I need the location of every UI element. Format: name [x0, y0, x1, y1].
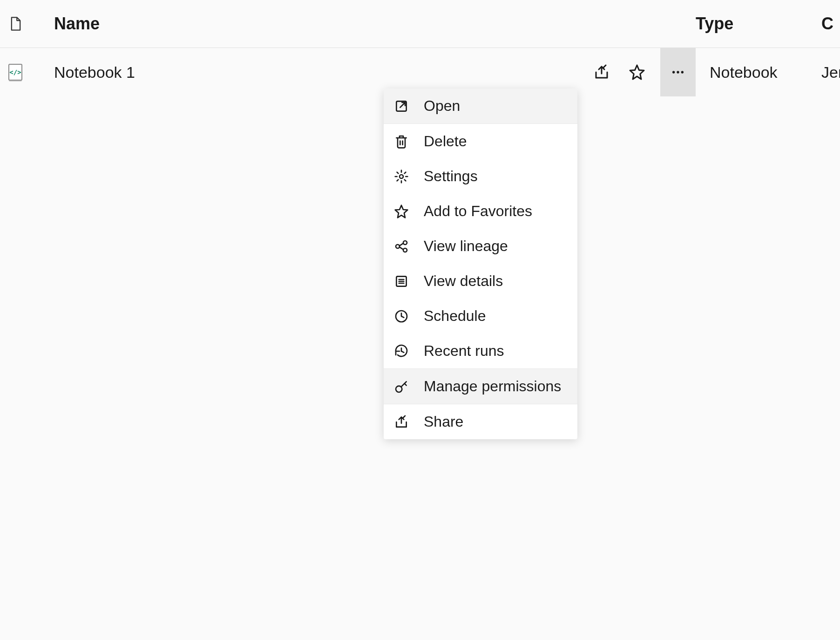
- column-header-type[interactable]: Type: [696, 14, 821, 34]
- menu-label: Add to Favorites: [424, 203, 532, 220]
- more-options-button[interactable]: [660, 48, 696, 96]
- open-external-icon: [393, 98, 410, 115]
- row-partial: Jer: [821, 63, 840, 82]
- row-name[interactable]: Notebook 1: [54, 63, 592, 82]
- svg-point-2: [681, 71, 684, 73]
- share-button[interactable]: [592, 63, 611, 82]
- more-horizontal-icon: [671, 65, 685, 80]
- svg-point-6: [403, 241, 407, 245]
- share-icon: [393, 414, 410, 430]
- trash-icon: [393, 133, 410, 150]
- file-icon: [9, 16, 22, 31]
- menu-item-favorites[interactable]: Add to Favorites: [384, 194, 577, 229]
- star-icon: [393, 203, 410, 220]
- lineage-icon: [393, 238, 410, 255]
- svg-point-5: [396, 245, 400, 248]
- clock-icon: [393, 308, 410, 325]
- details-icon: [393, 273, 410, 290]
- svg-point-1: [677, 71, 679, 73]
- menu-item-settings[interactable]: Settings: [384, 159, 577, 194]
- header-icon-column: [0, 16, 54, 31]
- row-icon-column: </>: [0, 64, 54, 81]
- menu-label: Manage permissions: [424, 378, 561, 395]
- context-menu: Open Delete Settings Ad: [384, 89, 577, 439]
- menu-item-lineage[interactable]: View lineage: [384, 229, 577, 264]
- gear-icon: [393, 168, 410, 185]
- row-type: Notebook: [696, 63, 821, 82]
- row-actions: [592, 63, 660, 82]
- menu-label: Delete: [424, 133, 467, 150]
- menu-label: View details: [424, 272, 503, 290]
- star-icon: [629, 64, 645, 81]
- column-header-partial[interactable]: C: [821, 14, 840, 34]
- file-table: Name Type C </> Notebook 1: [0, 0, 840, 96]
- key-icon: [393, 378, 410, 395]
- share-icon: [593, 64, 610, 81]
- menu-label: Open: [424, 97, 460, 115]
- menu-label: Share: [424, 413, 463, 430]
- menu-item-delete[interactable]: Delete: [384, 124, 577, 159]
- menu-item-share[interactable]: Share: [384, 404, 577, 439]
- menu-label: Settings: [424, 168, 478, 185]
- svg-point-4: [400, 175, 403, 178]
- menu-item-schedule[interactable]: Schedule: [384, 299, 577, 334]
- column-header-name[interactable]: Name: [54, 14, 696, 34]
- notebook-icon: </>: [8, 64, 22, 81]
- menu-label: Schedule: [424, 307, 486, 325]
- menu-item-details[interactable]: View details: [384, 264, 577, 299]
- menu-item-permissions[interactable]: Manage permissions: [384, 369, 577, 404]
- menu-item-open[interactable]: Open: [384, 89, 577, 123]
- favorite-button[interactable]: [628, 63, 646, 82]
- history-icon: [393, 343, 410, 360]
- menu-item-recent-runs[interactable]: Recent runs: [384, 334, 577, 368]
- menu-label: Recent runs: [424, 342, 504, 360]
- svg-point-7: [403, 248, 407, 252]
- svg-point-0: [672, 71, 675, 73]
- row-name-text: Notebook 1: [54, 63, 135, 82]
- menu-label: View lineage: [424, 238, 508, 255]
- table-header: Name Type C: [0, 0, 840, 48]
